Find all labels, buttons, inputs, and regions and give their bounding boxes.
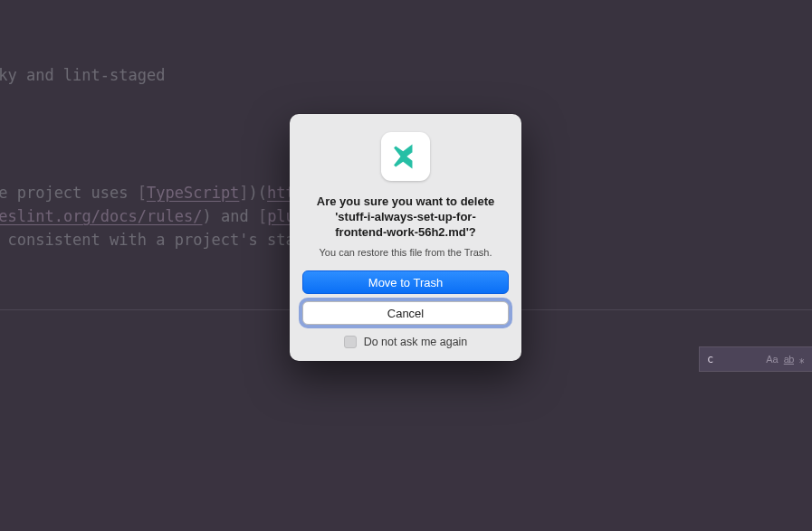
editor-text: tend project: ESLint, Prettier, husky an…: [0, 66, 165, 84]
do-not-ask-label: Do not ask me again: [364, 336, 468, 348]
dialog-title: Are you sure you want to delete 'stuff-i…: [302, 194, 509, 240]
cancel-button[interactable]: Cancel: [302, 301, 509, 325]
vscode-icon: [381, 132, 430, 181]
find-input[interactable]: c: [707, 353, 760, 365]
regex-icon[interactable]: ⁎: [799, 354, 805, 365]
do-not-ask-row[interactable]: Do not ask me again: [302, 336, 509, 348]
dialog-subtitle: You can restore this file from the Trash…: [302, 247, 509, 258]
move-to-trash-button[interactable]: Move to Trash: [302, 270, 509, 294]
match-case-icon[interactable]: Aa: [766, 354, 778, 365]
whole-word-icon[interactable]: ab: [784, 354, 794, 365]
delete-confirm-dialog: Are you sure you want to delete 'stuff-i…: [290, 114, 521, 361]
do-not-ask-checkbox[interactable]: [344, 336, 357, 348]
find-bar[interactable]: c Aa ab ⁎: [699, 346, 812, 372]
